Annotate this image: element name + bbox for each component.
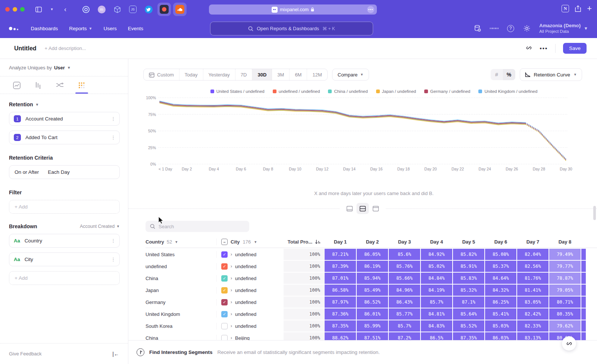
more-menu-icon[interactable]: •••: [540, 45, 548, 51]
retention-value-cell[interactable]: 80.71%: [549, 296, 581, 308]
legend-item[interactable]: Germany / undefined: [424, 89, 470, 94]
layout-table-only-icon[interactable]: [370, 203, 382, 214]
series-checkbox[interactable]: ✓: [221, 311, 228, 317]
date-range-3m[interactable]: 3M: [272, 69, 290, 80]
series-checkbox[interactable]: [221, 323, 228, 329]
retention-value-cell[interactable]: 82.04%: [517, 249, 548, 260]
retention-value-cell[interactable]: 85.03%: [485, 320, 516, 332]
expand-row-icon[interactable]: ›: [231, 288, 232, 293]
retention-value-cell[interactable]: 87.21%: [325, 249, 356, 260]
day-column-header[interactable]: Day 3: [389, 239, 420, 245]
cube-tab[interactable]: [110, 3, 124, 16]
settings-gear-icon[interactable]: [523, 24, 531, 32]
percent-values-toggle[interactable]: %: [503, 69, 515, 80]
vertical-scrollbar[interactable]: [593, 206, 596, 220]
retention-value-cell[interactable]: 79.05%: [549, 285, 581, 296]
expand-row-icon[interactable]: ›: [231, 311, 232, 317]
retention-value-cell[interactable]: 82.56%: [517, 261, 548, 272]
expand-row-icon[interactable]: ›: [231, 276, 232, 281]
retention-value-cell[interactable]: 84.32%: [485, 285, 516, 296]
layout-split-icon[interactable]: [357, 203, 369, 214]
retention-value-cell[interactable]: 85.08%: [485, 249, 516, 260]
m-avatar-tab[interactable]: m: [95, 3, 108, 16]
table-row[interactable]: South Korea›undefined100%87.35%85.99%85.…: [146, 320, 597, 332]
criteria-condition[interactable]: On or After: [15, 169, 39, 175]
retention-value-cell[interactable]: 86.43%: [389, 296, 420, 308]
absolute-values-toggle[interactable]: #: [491, 69, 503, 80]
criteria-interval[interactable]: Each Day: [48, 169, 70, 175]
zoom-window-icon[interactable]: [20, 7, 25, 12]
select-all-checkbox[interactable]: –: [221, 239, 228, 245]
retention-value-cell[interactable]: 85.52%: [453, 320, 484, 332]
legend-item[interactable]: China / undefined: [328, 89, 368, 94]
nav-item-reports[interactable]: Reports▼: [69, 26, 92, 31]
retention-curve-plot[interactable]: [159, 97, 567, 165]
legend-item[interactable]: United Kingdom / undefined: [478, 89, 537, 94]
window-controls[interactable]: [5, 7, 25, 12]
kebab-menu-icon[interactable]: ⋮: [111, 116, 116, 122]
retention-value-cell[interactable]: 85.64%: [453, 308, 484, 320]
series-checkbox[interactable]: ✓: [221, 299, 228, 305]
retention-value-cell[interactable]: 82.42%: [517, 308, 548, 320]
tab-funnels[interactable]: [33, 82, 44, 94]
help-icon[interactable]: ?: [506, 24, 515, 32]
kebab-menu-icon[interactable]: ⋮: [111, 238, 116, 244]
retention-value-cell[interactable]: 85.66%: [389, 273, 420, 284]
apps-grid-icon[interactable]: [490, 24, 498, 32]
retention-value-cell[interactable]: 85.82%: [453, 249, 484, 260]
retention-value-cell[interactable]: 84.84%: [421, 273, 452, 284]
day-column-header[interactable]: Day 5: [453, 239, 484, 245]
retention-value-cell[interactable]: 79.62%: [549, 320, 581, 332]
series-checkbox[interactable]: ✓: [221, 287, 228, 294]
target-tab[interactable]: [79, 3, 93, 16]
retention-value-cell[interactable]: 86.19%: [357, 261, 388, 272]
notion-icon[interactable]: N: [562, 5, 569, 12]
date-range-12m[interactable]: 12M: [307, 69, 327, 80]
retention-section-heading[interactable]: Retention ▼: [9, 101, 120, 107]
new-tab-icon[interactable]: +: [587, 4, 592, 13]
chart-type-selector[interactable]: Retention Curve ▼: [520, 68, 582, 81]
bird-tab[interactable]: [142, 3, 155, 16]
retention-value-cell[interactable]: 87.35%: [325, 320, 356, 332]
tab-flows[interactable]: [54, 82, 66, 94]
soundcloud-tab[interactable]: [173, 3, 187, 16]
series-checkbox[interactable]: ✓: [221, 263, 228, 270]
table-row[interactable]: United Kingdom✓›undefined100%87.36%86.01…: [146, 308, 597, 320]
retention-value-cell[interactable]: 85.94%: [357, 273, 388, 284]
country-column-header[interactable]: Country 52 ▼: [146, 239, 216, 245]
date-range-7d[interactable]: 7D: [235, 69, 253, 80]
retention-value-cell[interactable]: 81.76%: [517, 273, 548, 284]
retention-value-cell[interactable]: 86.05%: [357, 249, 388, 260]
retention-step-2[interactable]: 2 Added To Cart ⋮: [9, 131, 120, 144]
retention-value-cell[interactable]: 86.58%: [325, 285, 356, 296]
retention-value-cell[interactable]: 82.33%: [517, 320, 548, 332]
table-row[interactable]: United States✓›undefined100%87.21%86.05%…: [146, 249, 597, 260]
retention-value-cell[interactable]: 85.91%: [453, 261, 484, 272]
retention-criteria-control[interactable]: On or After Each Day: [9, 165, 120, 179]
retention-value-cell[interactable]: 79.77%: [549, 261, 581, 272]
nav-item-dashboards[interactable]: Dashboards: [31, 26, 58, 31]
day-column-header[interactable]: Day 4: [421, 239, 452, 245]
table-row[interactable]: Germany✓›undefined100%87.97%86.52%86.43%…: [146, 296, 597, 308]
retention-value-cell[interactable]: 85.99%: [357, 320, 388, 332]
date-range-today[interactable]: Today: [179, 69, 203, 80]
date-range-yesterday[interactable]: Yesterday: [203, 69, 235, 80]
producthunt-tab[interactable]: [157, 3, 171, 16]
nav-item-events[interactable]: Events: [128, 26, 143, 31]
add-breakdown-button[interactable]: + Add: [9, 271, 120, 285]
retention-value-cell[interactable]: 81.41%: [517, 285, 548, 296]
mixpanel-logo[interactable]: [9, 27, 18, 30]
retention-value-cell[interactable]: 86.52%: [357, 296, 388, 308]
save-button[interactable]: Save: [563, 43, 587, 54]
give-feedback-link[interactable]: Give Feedback: [9, 351, 41, 357]
day-column-header[interactable]: Day 7: [517, 239, 548, 245]
table-search-input[interactable]: [159, 224, 233, 229]
retention-value-cell[interactable]: 85.77%: [389, 308, 420, 320]
date-range-custom[interactable]: Custom: [144, 69, 179, 80]
add-filter-button[interactable]: + Add: [9, 200, 120, 214]
breakdown-context-selector[interactable]: Account Created ▼: [80, 224, 120, 229]
report-description-placeholder[interactable]: + Add description...: [45, 46, 86, 51]
retention-value-cell[interactable]: 85.49%: [357, 285, 388, 296]
retention-value-cell[interactable]: 84.92%: [421, 249, 452, 260]
back-icon[interactable]: ‹: [60, 4, 70, 14]
